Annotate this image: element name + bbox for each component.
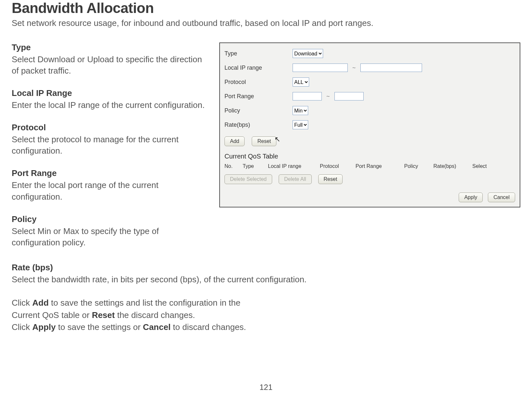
note3e: to discard changes. bbox=[171, 322, 246, 332]
ip-start-input[interactable] bbox=[293, 64, 348, 72]
col-protocol: Protocol bbox=[320, 162, 356, 170]
panel-localip-label: Local IP range bbox=[224, 65, 293, 71]
ip-end-input[interactable] bbox=[360, 64, 422, 72]
note1c: to save the settings and list the config… bbox=[49, 298, 240, 308]
qos-table-header: No. Type Local IP range Protocol Port Ra… bbox=[224, 162, 515, 170]
protocol-desc: Select the protocol to manage for the cu… bbox=[12, 134, 206, 157]
apply-button[interactable]: Apply bbox=[459, 193, 483, 202]
add-button[interactable]: Add bbox=[224, 136, 245, 146]
policy-select[interactable]: Min bbox=[293, 106, 308, 115]
panel-type-label: Type bbox=[224, 50, 293, 57]
page-subtitle: Set network resource usage, for inbound … bbox=[12, 18, 520, 28]
policy-label: Policy bbox=[12, 214, 206, 224]
col-localip: Local IP range bbox=[268, 162, 320, 170]
note2a: Current QoS table or bbox=[12, 310, 92, 320]
note2c: the discard changes. bbox=[115, 310, 195, 320]
ip-range-sep: ~ bbox=[352, 65, 356, 71]
local-ip-desc: Enter the local IP range of the current … bbox=[12, 100, 206, 111]
note1b: Add bbox=[32, 298, 49, 308]
port-end-input[interactable] bbox=[334, 92, 364, 100]
panel-portrange-label: Port Range bbox=[224, 93, 293, 100]
protocol-label: Protocol bbox=[12, 123, 206, 133]
rate-desc: Select the bandwidth rate, in bits per s… bbox=[12, 274, 520, 285]
note1a: Click bbox=[12, 298, 32, 308]
cancel-button[interactable]: Cancel bbox=[488, 193, 515, 202]
col-no: No. bbox=[224, 162, 243, 170]
descriptions-column: Type Select Download or Upload to specif… bbox=[12, 42, 206, 260]
rate-select[interactable]: Full bbox=[293, 120, 308, 129]
notes-block: Click Add to save the settings and list … bbox=[12, 297, 520, 334]
policy-desc: Select Min or Max to specify the type of… bbox=[12, 226, 206, 248]
local-ip-label: Local IP Range bbox=[12, 88, 206, 98]
type-desc: Select Download or Upload to specific th… bbox=[12, 54, 206, 76]
page-title: Bandwidth Allocation bbox=[12, 0, 520, 16]
qos-reset-button[interactable]: Reset bbox=[318, 174, 343, 184]
protocol-select[interactable]: ALL bbox=[293, 77, 309, 87]
port-range-desc: Enter the local port range of the curren… bbox=[12, 180, 206, 202]
col-portrange: Port Range bbox=[356, 162, 404, 170]
cursor-icon: ↖ bbox=[274, 135, 280, 144]
note3d: Cancel bbox=[143, 322, 171, 332]
reset-button[interactable]: Reset bbox=[252, 136, 276, 146]
port-start-input[interactable] bbox=[293, 92, 322, 100]
col-policy: Policy bbox=[404, 162, 433, 170]
qos-table-title: Current QoS Table bbox=[224, 153, 515, 160]
type-select[interactable]: Download bbox=[293, 49, 323, 58]
delete-all-button[interactable]: Delete All bbox=[279, 174, 312, 184]
col-rate: Rate(bps) bbox=[433, 162, 472, 170]
type-label: Type bbox=[12, 42, 206, 53]
port-range-sep: ~ bbox=[326, 93, 330, 100]
delete-selected-button[interactable]: Delete Selected bbox=[224, 174, 272, 184]
panel-policy-label: Policy bbox=[224, 107, 293, 114]
note3c: to save the settings or bbox=[56, 322, 143, 332]
page-number: 121 bbox=[0, 383, 532, 392]
note3a: Click bbox=[12, 322, 32, 332]
panel-rate-label: Rate(bps) bbox=[224, 122, 293, 128]
col-type: Type bbox=[243, 162, 268, 170]
note2b: Reset bbox=[92, 310, 115, 320]
panel-protocol-label: Protocol bbox=[224, 79, 293, 86]
port-range-label: Port Range bbox=[12, 168, 206, 178]
note3b: Apply bbox=[32, 322, 56, 332]
rate-label: Rate (bps) bbox=[12, 263, 520, 273]
settings-panel: Type Download Local IP range ~ Protocol … bbox=[219, 42, 520, 207]
col-select: Select bbox=[472, 162, 498, 170]
